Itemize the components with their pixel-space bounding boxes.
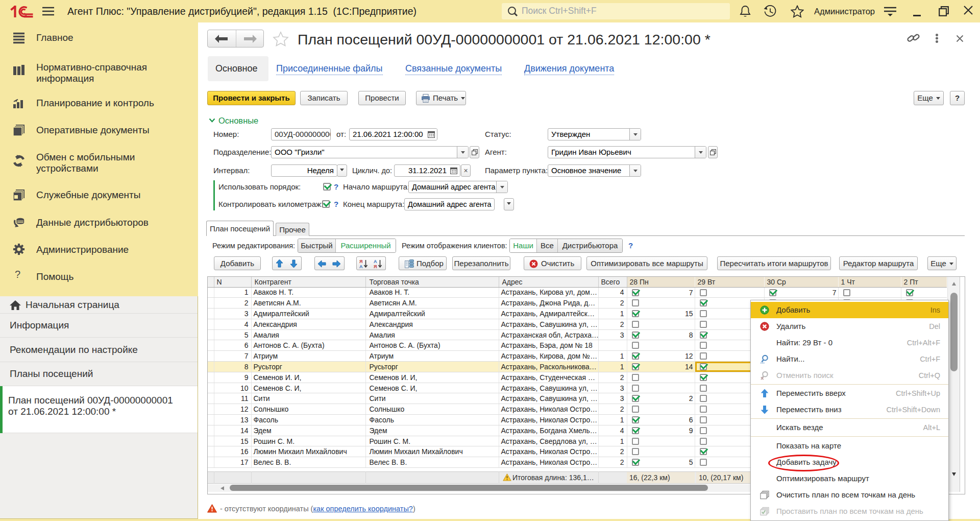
svg-text:Я: Я — [359, 259, 362, 264]
svg-text:Я: Я — [374, 264, 377, 269]
svg-text:А: А — [374, 259, 377, 264]
svg-text:А: А — [359, 264, 363, 269]
